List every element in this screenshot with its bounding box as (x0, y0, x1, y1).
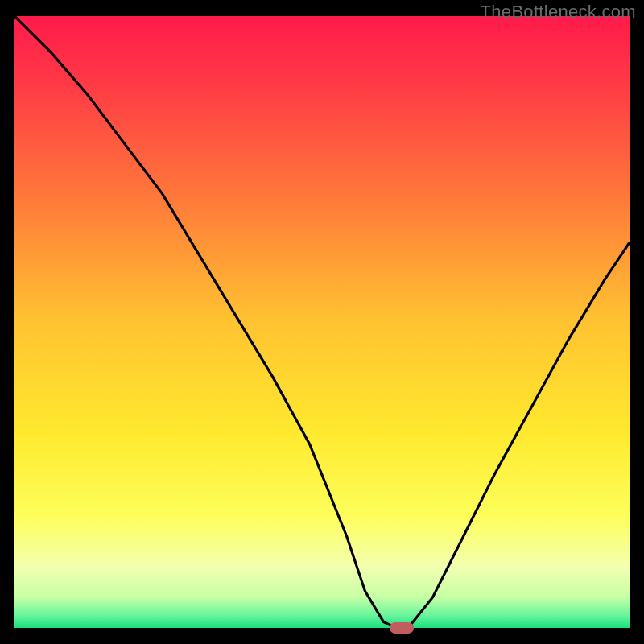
bottleneck-curve (14, 16, 630, 628)
watermark-text: TheBottleneck.com (481, 2, 636, 23)
optimal-point-marker (390, 622, 414, 634)
plot-area (14, 16, 630, 628)
curve-path (14, 16, 630, 628)
chart-frame: TheBottleneck.com (0, 0, 644, 644)
